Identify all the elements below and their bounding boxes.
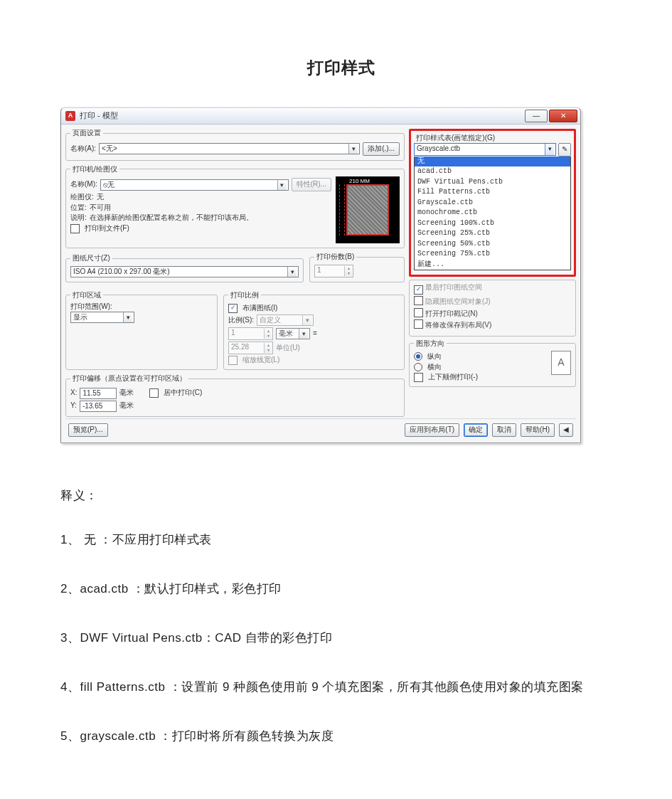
offset-y-input[interactable]: -13.65 [80, 401, 117, 412]
page-setup-name-combo[interactable]: <无> [99, 143, 360, 154]
center-plot-label: 居中打印(C) [164, 388, 202, 398]
ctb-option[interactable]: Screening 75%.ctb [415, 249, 570, 260]
opt-plot-stamp-label: 打开打印戳记(N) [425, 309, 478, 317]
plot-area-group: 打印区域 打印范围(W): 显示 [65, 291, 218, 371]
plot-scale-legend: 打印比例 [228, 291, 261, 300]
explanation-item: 3、DWF Virtual Pens.ctb：CAD 自带的彩色打印 [60, 628, 622, 647]
plot-style-table-group: 打印样式表(画笔指定)(G) Grayscale.ctb ✎ 无 acad.ct… [414, 134, 571, 270]
printer-legend: 打印机/绘图仪 [70, 165, 119, 174]
orientation-upside-label: 上下颠倒打印(-) [428, 373, 478, 382]
page-setup-name-label: 名称(A): [70, 144, 96, 154]
scale-unit-a-combo[interactable]: 毫米 [276, 328, 310, 339]
printer-name-value: 无 [107, 180, 114, 190]
plot-style-table-highlight: 打印样式表(画笔指定)(G) Grayscale.ctb ✎ 无 acad.ct… [409, 129, 576, 277]
cancel-button[interactable]: 取消 [492, 423, 516, 437]
printer-properties-button[interactable]: 特性(R)... [292, 178, 331, 191]
preview-button[interactable]: 预览(P)... [68, 423, 108, 437]
plot-style-table-combo[interactable]: Grayscale.ctb [414, 143, 556, 156]
printer-group: 打印机/绘图仪 名称(M): ⦸ 无 特性(R)... 绘图仪:无 位置:不可用 [65, 165, 405, 249]
plot-style-table-edit-button[interactable]: ✎ [558, 143, 571, 157]
paper-size-legend: 图纸尺寸(Z) [70, 254, 112, 263]
scale-denom-spinner[interactable]: 25.28 [228, 342, 273, 354]
ctb-option[interactable]: Fill Patterns.ctb [415, 187, 570, 198]
explanation-item: 4、fill Patterns.ctb ：设置前 9 种颜色使用前 9 个填充图… [60, 677, 622, 697]
ctb-option[interactable]: Grayscale.ctb [415, 198, 570, 208]
offset-y-unit: 毫米 [119, 401, 134, 411]
opt-paperspace-last-checkbox[interactable] [414, 285, 423, 295]
plot-options-group: 最后打印图纸空间 隐藏图纸空间对象(J) 打开打印戳记(N) 将修改保存到布局(… [409, 280, 576, 337]
copies-legend: 打印份数(B) [314, 253, 356, 262]
scale-num-spinner[interactable]: 1 [228, 327, 273, 340]
ctb-option[interactable]: 无 [415, 157, 570, 167]
opt-hide-ps-objects-checkbox[interactable] [414, 296, 423, 305]
desc-value: 在选择新的绘图仪配置名称之前，不能打印该布局。 [90, 213, 253, 223]
ctb-option[interactable]: Screening 100%.ctb [415, 218, 570, 229]
opt-save-layout-checkbox[interactable] [414, 319, 423, 329]
explanation-item: 2、acad.ctb ：默认打印样式，彩色打印 [60, 579, 622, 598]
offset-x-unit: 毫米 [119, 388, 134, 398]
scale-lineweights-checkbox[interactable] [228, 356, 238, 365]
opt-hide-ps-objects-label: 隐藏图纸空间对象(J) [425, 297, 491, 305]
plot-to-file-checkbox[interactable] [70, 224, 80, 233]
orientation-portrait-label: 纵向 [427, 352, 442, 361]
scale-unit-b-label: 单位(U) [276, 344, 300, 353]
ctb-option[interactable]: DWF Virtual Pens.ctb [415, 177, 570, 188]
offset-x-label: X: [70, 388, 77, 398]
opt-plot-stamp-checkbox[interactable] [414, 308, 423, 317]
orientation-legend: 图形方向 [414, 339, 447, 349]
titlebar: A 打印 - 模型 — ✕ [61, 108, 580, 125]
print-dialog: A 打印 - 模型 — ✕ 页面设置 名称(A): <无> 添加(.)... [60, 107, 581, 443]
where-label: 位置: [70, 203, 87, 213]
paper-preview: 210 MM [336, 176, 400, 243]
plot-scale-group: 打印比例 布满图纸(I) 比例(S): 自定义 1 毫米 = [223, 291, 405, 371]
orientation-landscape-radio[interactable] [414, 363, 422, 371]
orientation-icon: A [551, 351, 571, 375]
copies-spinner[interactable]: 1 [314, 265, 353, 277]
paper-size-combo[interactable]: ISO A4 (210.00 x 297.00 毫米) [70, 266, 299, 277]
orientation-upside-checkbox[interactable] [414, 373, 423, 382]
ctb-option[interactable]: 新建... [415, 260, 570, 270]
plot-to-file-label: 打印到文件(F) [85, 224, 129, 233]
fit-to-paper-checkbox[interactable] [228, 304, 238, 313]
ctb-option[interactable]: monochrome.ctb [415, 208, 570, 218]
apply-to-layout-button[interactable]: 应用到布局(T) [405, 423, 459, 437]
window-title: 打印 - 模型 [80, 111, 525, 121]
scale-lineweights-label: 缩放线宽(L) [242, 356, 279, 365]
paper-size-group: 图纸尺寸(Z) ISO A4 (210.00 x 297.00 毫米) [65, 254, 304, 282]
center-plot-checkbox[interactable] [149, 388, 159, 398]
plot-style-table-dropdown[interactable]: 无 acad.ctb DWF Virtual Pens.ctb Fill Pat… [414, 157, 571, 271]
plot-offset-legend: 打印偏移（原点设置在可打印区域） [70, 374, 188, 383]
close-button[interactable]: ✕ [549, 110, 577, 122]
minimize-button[interactable]: — [525, 110, 548, 122]
explanation-heading: 释义： [60, 486, 622, 505]
explanation-item: 1、 无 ：不应用打印样式表 [60, 530, 622, 549]
offset-y-label: Y: [70, 401, 77, 411]
opt-save-layout-label: 将修改保存到布局(V) [425, 321, 491, 329]
ok-button[interactable]: 确定 [464, 423, 488, 437]
plot-what-label: 打印范围(W): [70, 302, 213, 312]
printer-name-combo[interactable]: ⦸ 无 [100, 179, 289, 191]
help-button[interactable]: 帮助(H) [521, 423, 555, 437]
desc-label: 说明: [70, 213, 87, 223]
page-setup-legend: 页面设置 [70, 129, 103, 138]
plotter-value: 无 [97, 193, 104, 202]
orientation-landscape-label: 横向 [427, 363, 442, 372]
ctb-option[interactable]: Screening 25%.ctb [415, 228, 570, 239]
page-setup-group: 页面设置 名称(A): <无> 添加(.)... [65, 129, 405, 161]
ctb-option[interactable]: acad.ctb [415, 166, 570, 177]
add-page-setup-button[interactable]: 添加(.)... [363, 142, 400, 156]
opt-paperspace-last-label: 最后打印图纸空间 [425, 283, 482, 291]
plot-offset-group: 打印偏移（原点设置在可打印区域） X: 11.55 毫米 居中打印(C) Y: … [65, 374, 405, 417]
offset-x-input[interactable]: 11.55 [80, 388, 117, 399]
explanation-section: 释义： 1、 无 ：不应用打印样式表 2、acad.ctb ：默认打印样式，彩色… [60, 486, 622, 746]
printer-name-label: 名称(M): [70, 180, 97, 189]
paper-preview-dim: 210 MM [349, 178, 370, 185]
plot-what-combo[interactable]: 显示 [70, 312, 134, 323]
page-title: 打印样式 [60, 57, 622, 79]
fit-to-paper-label: 布满图纸(I) [242, 304, 277, 313]
orientation-portrait-radio[interactable] [414, 352, 422, 361]
expand-collapse-button[interactable]: ◀ [559, 423, 573, 437]
ctb-option[interactable]: Screening 50%.ctb [415, 239, 570, 250]
orientation-group: 图形方向 纵向 横向 上下颠倒打印(-) A [409, 339, 576, 388]
scale-combo[interactable]: 自定义 [257, 314, 314, 326]
